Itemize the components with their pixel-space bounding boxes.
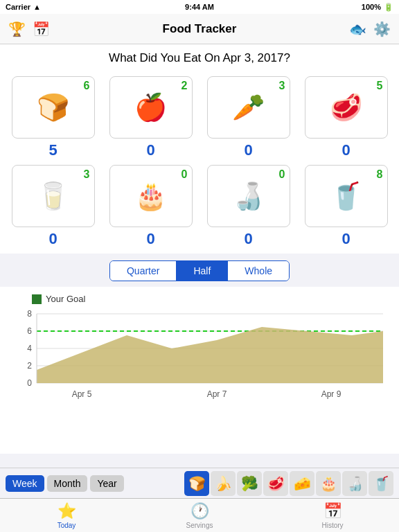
legend-color-box [32, 294, 42, 304]
legend-label: Your Goal [46, 294, 85, 304]
food-card-grains[interactable]: 6 🍞 [12, 76, 95, 139]
food-emoji-fats: 🍶 [232, 183, 265, 209]
filter-broccoli-button[interactable]: 🥦 [237, 471, 262, 496]
svg-text:Apr 9: Apr 9 [321, 389, 342, 399]
food-count-grains: 5 [48, 141, 57, 159]
food-item-grains[interactable]: 6 🍞 5 [7, 76, 99, 159]
food-item-water[interactable]: 8 🥤 0 [300, 165, 392, 248]
svg-text:8: 8 [27, 309, 32, 319]
filter-bread-button[interactable]: 🍞 [184, 471, 209, 496]
food-item-veggies[interactable]: 3 🥕 0 [202, 76, 294, 159]
segment-control: Quarter Half Whole [109, 260, 290, 281]
calendar-icon[interactable]: 📅 [33, 21, 50, 37]
food-count-sweets: 0 [146, 230, 154, 248]
fish-icon[interactable]: 🐟 [349, 21, 366, 37]
carrier-label: Carrier [6, 3, 30, 11]
food-badge-veggies: 3 [279, 80, 285, 92]
nav-bar: 🏆 📅 Food Tracker 🐟 ⚙️ [0, 14, 399, 44]
food-grid: 6 🍞 5 2 🍎 0 3 🥕 0 5 🥩 0 [0, 71, 399, 254]
tab-today[interactable]: ⭐ Today [0, 502, 133, 529]
chart-legend: Your Goal [7, 294, 392, 308]
food-card-water[interactable]: 8 🥤 [305, 165, 388, 227]
chart-fill [37, 327, 383, 383]
food-badge-grains: 6 [84, 80, 90, 92]
tab-history[interactable]: 📅 History [266, 502, 399, 529]
food-count-fruits: 0 [146, 141, 154, 159]
filter-bottle-button[interactable]: 🍶 [342, 471, 367, 496]
food-count-fats: 0 [244, 230, 252, 248]
food-count-dairy: 0 [48, 230, 57, 248]
food-badge-sweets: 0 [181, 168, 188, 181]
food-count-protein: 0 [342, 141, 350, 159]
segment-half[interactable]: Half [177, 261, 228, 281]
status-time: 9:44 AM [185, 3, 214, 11]
tab-bar: ⭐ Today 🕐 Servings 📅 History [0, 498, 399, 532]
wifi-icon: ▲ [33, 3, 41, 11]
gear-icon[interactable]: ⚙️ [373, 21, 391, 37]
food-card-protein[interactable]: 5 🥩 [305, 76, 388, 139]
food-emoji-protein: 🥩 [330, 94, 362, 121]
battery-icon: 🔋 [384, 3, 393, 12]
food-badge-fats: 0 [279, 168, 285, 181]
nav-left: 🏆 📅 [8, 21, 50, 37]
status-right: 100% 🔋 [362, 3, 393, 12]
period-month-button[interactable]: Month [47, 475, 88, 492]
food-item-dairy[interactable]: 3 🥛 0 [7, 165, 99, 248]
food-emoji-dairy: 🥛 [37, 183, 69, 209]
tab-servings-label: Servings [186, 522, 213, 529]
period-year-button[interactable]: Year [90, 475, 123, 492]
tab-today-label: Today [57, 522, 76, 529]
filter-meat-button[interactable]: 🥩 [263, 471, 288, 496]
food-badge-protein: 5 [377, 80, 383, 92]
food-card-sweets[interactable]: 0 🎂 [109, 165, 193, 227]
food-card-dairy[interactable]: 3 🥛 [12, 165, 95, 227]
food-emoji-grains: 🍞 [37, 94, 69, 121]
segment-quarter[interactable]: Quarter [110, 261, 177, 281]
date-title: What Did You Eat On Apr 3, 2017? [0, 44, 399, 71]
filter-cake-button[interactable]: 🎂 [316, 471, 341, 496]
food-filter-icons: 🍞 🍌 🥦 🥩 🧀 🎂 🍶 🥤 [184, 471, 393, 496]
nav-right: 🐟 ⚙️ [349, 21, 391, 37]
food-item-fruits[interactable]: 2 🍎 0 [105, 76, 197, 159]
history-icon: 📅 [323, 502, 342, 520]
servings-icon: 🕐 [190, 502, 209, 520]
food-badge-water: 8 [377, 168, 383, 181]
chart-svg: 8 6 4 2 0 Apr 5 [7, 308, 392, 447]
filter-banana-button[interactable]: 🍌 [211, 471, 236, 496]
filter-cheese-button[interactable]: 🧀 [290, 471, 314, 496]
svg-text:Apr 5: Apr 5 [72, 389, 92, 399]
food-emoji-veggies: 🥕 [232, 94, 265, 121]
svg-text:Apr 7: Apr 7 [207, 389, 227, 399]
filter-water-button[interactable]: 🥤 [369, 471, 393, 496]
status-bar: Carrier ▲ 9:44 AM 100% 🔋 [0, 0, 399, 14]
status-left: Carrier ▲ [6, 3, 41, 11]
trophy-icon[interactable]: 🏆 [8, 21, 26, 37]
food-item-protein[interactable]: 5 🥩 0 [300, 76, 392, 159]
food-card-fruits[interactable]: 2 🍎 [109, 76, 193, 139]
svg-text:4: 4 [27, 344, 32, 353]
food-card-veggies[interactable]: 3 🥕 [207, 76, 290, 139]
food-emoji-sweets: 🎂 [134, 183, 167, 209]
main-content: What Did You Eat On Apr 3, 2017? 6 🍞 5 2… [0, 44, 399, 468]
food-count-veggies: 0 [244, 141, 252, 159]
svg-text:0: 0 [27, 378, 32, 388]
today-icon: ⭐ [57, 502, 76, 520]
food-card-fats[interactable]: 0 🍶 [207, 165, 290, 227]
food-badge-dairy: 3 [84, 168, 90, 181]
svg-text:2: 2 [27, 361, 32, 371]
food-count-water: 0 [342, 230, 350, 248]
food-badge-fruits: 2 [181, 80, 188, 92]
chart-area: Your Goal 8 6 4 2 0 [0, 287, 399, 454]
food-item-fats[interactable]: 0 🍶 0 [202, 165, 294, 248]
period-week-button[interactable]: Week [6, 475, 44, 492]
food-item-sweets[interactable]: 0 🎂 0 [105, 165, 197, 248]
segment-container: Quarter Half Whole [0, 254, 399, 287]
food-emoji-fruits: 🍎 [134, 94, 167, 121]
tab-history-label: History [321, 522, 343, 529]
food-emoji-water: 🥤 [330, 183, 362, 209]
segment-whole[interactable]: Whole [228, 261, 289, 281]
battery-label: 100% [362, 3, 381, 11]
tab-servings[interactable]: 🕐 Servings [133, 502, 266, 529]
chart-svg-wrap: 8 6 4 2 0 Apr 5 [7, 308, 392, 450]
nav-title: Food Tracker [163, 22, 237, 36]
